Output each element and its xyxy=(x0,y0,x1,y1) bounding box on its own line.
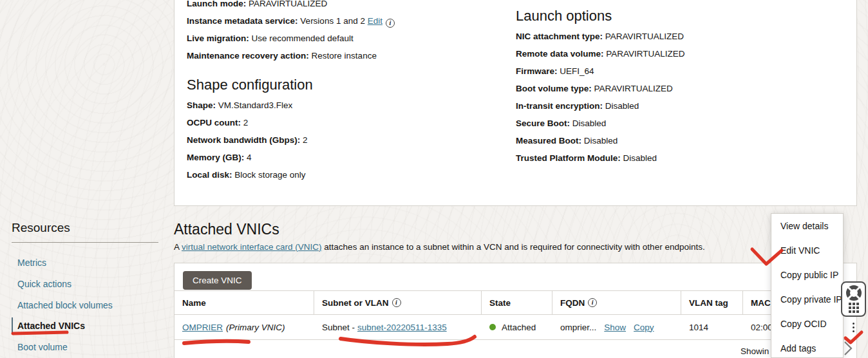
cell-vlan-tag: 1014 xyxy=(681,315,743,339)
sidebar-item-quick-actions[interactable]: Quick actions xyxy=(17,279,71,289)
fqdn-show-link[interactable]: Show xyxy=(604,323,626,332)
detail-label: Network bandwidth (Gbps): xyxy=(187,135,300,145)
detail-label: In-transit encryption: xyxy=(516,101,603,111)
detail-label: Measured Boot: xyxy=(516,136,581,146)
detail-value: UEFI_64 xyxy=(560,66,594,76)
detail-value: Disabled xyxy=(572,118,607,128)
vnics-description: A virtual network interface card (VNIC) … xyxy=(174,242,705,252)
detail-label: Live migration: xyxy=(187,33,249,43)
menu-item-view-details[interactable]: View details xyxy=(771,214,843,238)
detail-value: PARAVIRTUALIZED xyxy=(606,49,684,59)
row-actions-menu: View details Edit VNIC Copy public IP Co… xyxy=(771,213,844,358)
detail-row: Secure Boot: Disabled xyxy=(516,118,606,128)
assistive-tools-widget xyxy=(841,281,866,317)
table-row: OMPRIER (Primary VNIC) Subnet - subnet-2… xyxy=(175,315,856,340)
primary-vnic-note: (Primary VNIC) xyxy=(226,323,285,332)
detail-row: OCPU count: 2 xyxy=(187,118,248,127)
detail-row: Local disk: Block storage only xyxy=(187,170,306,180)
vnic-doc-link[interactable]: virtual network interface card (VNIC) xyxy=(182,242,322,252)
shape-configuration-heading: Shape configuration xyxy=(187,77,313,93)
detail-value: 4 xyxy=(247,153,252,162)
fqdn-value: omprier... xyxy=(560,323,596,332)
menu-item-copy-public-ip[interactable]: Copy public IP xyxy=(771,263,843,287)
detail-value: Disabled xyxy=(584,136,618,146)
instance-details-card: Launch mode: PARAVIRTUALIZED Instance me… xyxy=(174,0,857,206)
detail-value: Restore instance xyxy=(312,51,377,61)
status-text: Attached xyxy=(502,323,536,332)
help-lifering-icon[interactable] xyxy=(845,285,862,301)
sidebar-item-metrics[interactable]: Metrics xyxy=(17,258,46,268)
detail-row: Launch mode: PARAVIRTUALIZED xyxy=(187,0,327,8)
detail-value: Versions 1 and 2 xyxy=(300,16,365,26)
chevron-right-icon[interactable] xyxy=(841,339,855,357)
cell-fqdn: omprier... Show Copy xyxy=(552,315,681,339)
table-header-row: Name Subnet or VLAN State FQDN VLAN tag … xyxy=(175,290,856,315)
detail-label: Instance metadata service: xyxy=(187,16,298,26)
detail-label: NIC attachment type: xyxy=(516,32,603,41)
status-dot-attached xyxy=(489,324,496,330)
vnic-name-link[interactable]: OMPRIER xyxy=(182,323,223,332)
detail-label: OCPU count: xyxy=(187,118,241,127)
detail-value: 2 xyxy=(303,135,308,145)
menu-item-add-tags[interactable]: Add tags xyxy=(771,336,843,358)
info-icon[interactable] xyxy=(588,298,597,307)
info-icon[interactable] xyxy=(392,298,401,307)
sidebar-item-boot-volume[interactable]: Boot volume xyxy=(17,342,68,352)
detail-row: Firmware: UEFI_64 xyxy=(516,66,594,76)
launch-options-heading: Launch options xyxy=(516,8,612,24)
detail-value: Block storage only xyxy=(234,170,305,180)
subnet-link[interactable]: subnet-20220511-1335 xyxy=(357,323,447,332)
detail-label: Memory (GB): xyxy=(187,153,244,162)
cell-subnet: Subnet - subnet-20220511-1335 xyxy=(314,315,482,339)
edit-metadata-link[interactable]: Edit xyxy=(368,16,382,26)
detail-value: Disabled xyxy=(623,153,657,163)
sidebar-item-attached-vnics[interactable]: Attached VNICs xyxy=(17,321,85,331)
create-vnic-button[interactable]: Create VNIC xyxy=(183,271,252,290)
detail-value: PARAVIRTUALIZED xyxy=(605,32,684,41)
detail-row: Boot volume type: PARAVIRTUALIZED xyxy=(516,84,673,93)
detail-label: Launch mode: xyxy=(187,0,246,8)
menu-item-edit-vnic[interactable]: Edit VNIC xyxy=(771,238,843,263)
fqdn-copy-link[interactable]: Copy xyxy=(634,323,654,332)
detail-label: Secure Boot: xyxy=(516,118,570,128)
sidebar-divider xyxy=(12,242,158,243)
description-prefix: A xyxy=(174,242,182,252)
detail-row: Shape: VM.Standard3.Flex xyxy=(187,100,292,110)
detail-value: PARAVIRTUALIZED xyxy=(249,0,327,8)
row-kebab-menu-button[interactable] xyxy=(851,321,856,334)
detail-row: Live migration: Use recommended default xyxy=(187,33,354,43)
cell-state: Attached xyxy=(482,315,552,339)
menu-item-copy-ocid[interactable]: Copy OCID xyxy=(771,312,843,336)
sidebar-item-attached-block-volumes[interactable]: Attached block volumes xyxy=(17,300,113,310)
detail-row: Measured Boot: Disabled xyxy=(516,136,618,146)
subnet-prefix: Subnet - xyxy=(322,323,355,332)
detail-value: Use recommended default xyxy=(252,33,354,43)
detail-label: Remote data volume: xyxy=(516,49,604,59)
detail-label: Maintenance recovery action: xyxy=(187,51,309,61)
column-header-name: Name xyxy=(175,291,314,314)
detail-row: NIC attachment type: PARAVIRTUALIZED xyxy=(516,32,684,41)
detail-value: 2 xyxy=(243,118,249,127)
table-footer-showing: Showin xyxy=(741,346,769,356)
detail-label: Local disk: xyxy=(187,170,232,180)
detail-row: Remote data volume: PARAVIRTUALIZED xyxy=(516,49,685,59)
info-icon[interactable] xyxy=(386,19,395,28)
menu-item-copy-private-ip[interactable]: Copy private IP xyxy=(771,287,843,312)
detail-label: Firmware: xyxy=(516,66,558,76)
column-header-vlan-tag: VLAN tag xyxy=(681,291,743,314)
vnics-table-panel: Create VNIC Name Subnet or VLAN State FQ… xyxy=(174,263,857,358)
detail-value: VM.Standard3.Flex xyxy=(218,100,293,110)
cell-name: OMPRIER (Primary VNIC) xyxy=(175,315,314,339)
active-item-marker xyxy=(12,317,13,334)
column-header-state: State xyxy=(482,291,552,314)
attached-vnics-heading: Attached VNICs xyxy=(174,221,279,238)
description-suffix: attaches an instance to a subnet within … xyxy=(322,242,705,252)
red-underline-sidebar xyxy=(13,332,67,334)
detail-row: Trusted Platform Module: Disabled xyxy=(516,153,657,163)
apps-grid-icon[interactable] xyxy=(849,303,859,313)
detail-row: Memory (GB): 4 xyxy=(187,153,252,162)
detail-row: Network bandwidth (Gbps): 2 xyxy=(187,135,308,145)
detail-label: Shape: xyxy=(187,100,216,110)
detail-label: Boot volume type: xyxy=(516,84,592,93)
detail-label: Trusted Platform Module: xyxy=(516,153,621,163)
